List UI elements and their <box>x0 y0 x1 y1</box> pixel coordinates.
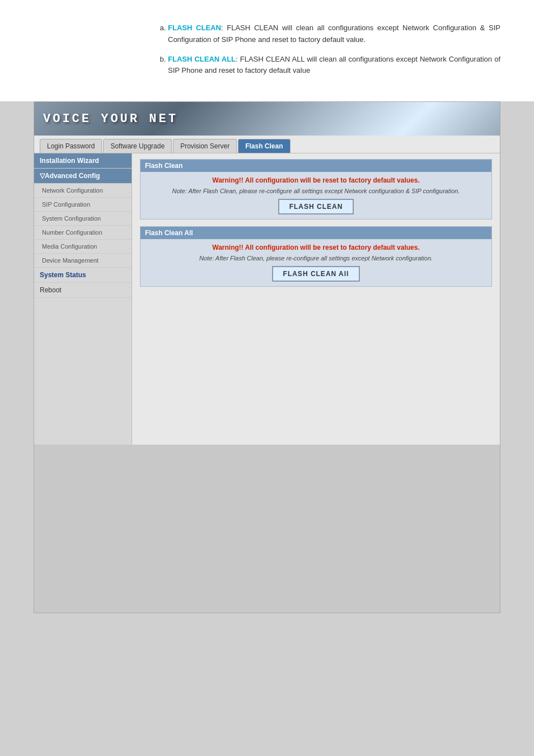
flash-clean-all-title: Flash Clean All <box>140 227 491 239</box>
device-ui: VOICE YOUR NET Login Password Software U… <box>34 101 500 613</box>
top-description: FLASH CLEAN: FLASH CLEAN will clean all … <box>0 0 534 101</box>
content-area: Flash Clean Warning!! All configuration … <box>132 153 500 445</box>
main-layout: Installation Wizard ▽Advanced Config Net… <box>34 153 500 445</box>
device-header: VOICE YOUR NET <box>34 102 500 136</box>
sidebar-item-advanced-config[interactable]: ▽Advanced Config <box>34 169 132 184</box>
description-item-a: FLASH CLEAN: FLASH CLEAN will clean all … <box>168 22 500 46</box>
flash-clean-all-button[interactable]: FLASH CLEAN All <box>272 266 360 282</box>
tab-software-upgrade[interactable]: Software Upgrade <box>103 139 172 153</box>
flash-clean-all-warning: Warning!! All configuration will be rese… <box>146 244 486 251</box>
device-logo: VOICE YOUR NET <box>43 112 178 126</box>
sidebar-item-system-config[interactable]: System Configuration <box>34 212 132 226</box>
sidebar-item-installation-wizard[interactable]: Installation Wizard <box>34 153 132 169</box>
tab-provision-server[interactable]: Provision Server <box>173 139 237 153</box>
tab-flash-clean[interactable]: Flash Clean <box>238 139 290 153</box>
flash-clean-all-label-b: FLASH CLEAN ALL <box>168 55 236 63</box>
nav-tabs-row: Login Password Software Upgrade Provisio… <box>34 136 500 153</box>
flash-clean-all-section: Flash Clean All Warning!! All configurat… <box>140 226 492 287</box>
flash-clean-button[interactable]: FLASH CLEAN <box>278 199 354 214</box>
flash-clean-note: Note: After Flash Clean, please re-confi… <box>146 188 486 194</box>
flash-clean-body: Warning!! All configuration will be rese… <box>140 172 491 219</box>
tab-login-password[interactable]: Login Password <box>40 139 102 153</box>
flash-clean-title: Flash Clean <box>140 160 491 172</box>
sidebar-item-system-status[interactable]: System Status <box>34 268 132 283</box>
flash-clean-warning: Warning!! All configuration will be rese… <box>146 176 486 184</box>
sidebar: Installation Wizard ▽Advanced Config Net… <box>34 153 132 445</box>
description-item-b: FLASH CLEAN ALL: FLASH CLEAN ALL will cl… <box>168 54 500 77</box>
sidebar-item-reboot[interactable]: Reboot <box>34 283 132 298</box>
flash-clean-all-body: Warning!! All configuration will be rese… <box>140 239 491 286</box>
flash-clean-all-note: Note: After Flash Clean, please re-confi… <box>146 255 486 262</box>
sidebar-item-network-config[interactable]: Network Configuration <box>34 184 132 198</box>
sidebar-item-device-management[interactable]: Device Management <box>34 254 132 268</box>
sidebar-item-sip-config[interactable]: SIP Configuration <box>34 198 132 212</box>
flash-clean-label-a: FLASH CLEAN <box>168 24 221 32</box>
sidebar-item-media-config[interactable]: Media Configuration <box>34 240 132 254</box>
bottom-spacer <box>34 445 500 613</box>
flash-clean-section: Flash Clean Warning!! All configuration … <box>140 159 492 220</box>
sidebar-item-number-config[interactable]: Number Configuration <box>34 226 132 240</box>
